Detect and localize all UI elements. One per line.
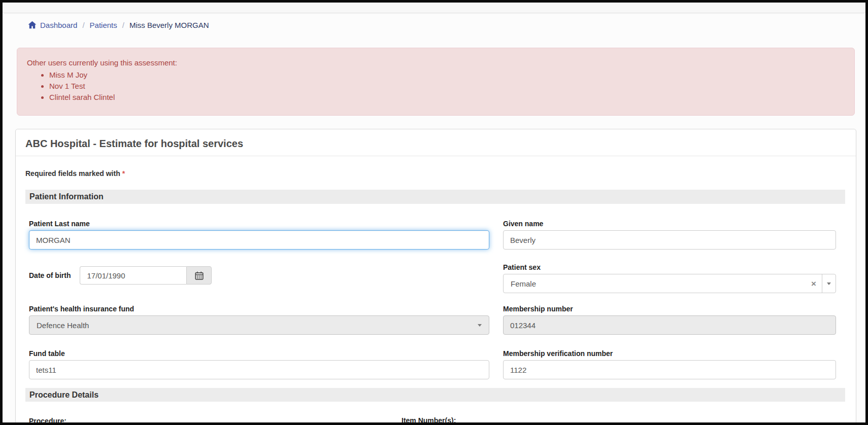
breadcrumb-dashboard[interactable]: Dashboard — [28, 21, 77, 29]
panel-body: Required fields marked with* Patient Inf… — [16, 156, 856, 425]
fund-table-input[interactable] — [29, 360, 489, 379]
date-picker-button[interactable] — [186, 266, 212, 285]
section-header-procedure-details: Procedure Details — [25, 388, 845, 402]
section-header-patient-information: Patient Information — [25, 190, 845, 204]
breadcrumb-patients[interactable]: Patients — [90, 21, 117, 29]
breadcrumb-current-patient[interactable]: Miss Beverly MORGAN — [129, 21, 209, 29]
page-title: ABC Hospital - Estimate for hospital ser… — [25, 138, 846, 149]
breadcrumb-separator: / — [122, 21, 124, 29]
date-of-birth-input[interactable] — [80, 266, 186, 285]
breadcrumb-dashboard-label: Dashboard — [40, 21, 77, 29]
home-icon — [28, 21, 37, 29]
membership-number-label: Membership number — [503, 305, 836, 313]
procedure-label: Procedure: — [29, 417, 66, 425]
patient-last-name-label: Patient Last name — [29, 220, 489, 228]
alert-user-item: Miss M Joy — [49, 69, 845, 81]
panel-heading: ABC Hospital - Estimate for hospital ser… — [16, 129, 856, 156]
alert-user-list: Miss M Joy Nov 1 Test Clintel sarah Clin… — [27, 69, 845, 103]
alert-user-item: Nov 1 Test — [49, 81, 845, 92]
top-navbar — [3, 3, 865, 13]
fund-table-label: Fund table — [29, 349, 489, 358]
health-fund-label: Patient's health insurance fund — [29, 305, 489, 313]
required-asterisk: * — [122, 169, 125, 178]
health-fund-select: Defence Health — [29, 315, 489, 335]
membership-number-input — [503, 315, 836, 335]
alert-title: Other users currently using this assessm… — [27, 58, 845, 67]
membership-verification-label: Membership verification number — [503, 349, 836, 358]
other-users-alert: Other users currently using this assessm… — [17, 48, 855, 116]
patient-sex-value: Female — [511, 279, 536, 288]
calendar-icon — [195, 271, 204, 280]
given-name-input[interactable] — [503, 230, 836, 250]
breadcrumb: Dashboard / Patients / Miss Beverly MORG… — [28, 20, 865, 30]
alert-user-item: Clintel sarah Clintel — [49, 92, 845, 103]
date-of-birth-label: Date of birth — [29, 271, 71, 279]
clear-x-icon[interactable]: × — [806, 279, 822, 288]
patient-last-name-input[interactable] — [29, 230, 489, 250]
estimate-panel: ABC Hospital - Estimate for hospital ser… — [15, 129, 856, 425]
health-fund-value: Defence Health — [37, 321, 89, 330]
patient-sex-label: Patient sex — [503, 263, 836, 271]
date-of-birth-group: Date of birth — [29, 266, 489, 285]
membership-verification-input[interactable] — [503, 360, 836, 379]
item-numbers-label: Item Number(s): — [402, 416, 456, 424]
given-name-label: Given name — [503, 220, 836, 228]
patient-sex-dropdown-toggle[interactable] — [822, 274, 836, 293]
breadcrumb-separator: / — [82, 21, 84, 29]
caret-down-icon — [478, 324, 482, 327]
patient-sex-select[interactable]: Female × — [503, 274, 836, 293]
breadcrumb-patients-label: Patients — [90, 21, 117, 29]
caret-down-icon — [827, 282, 831, 285]
required-fields-note: Required fields marked with* — [25, 169, 845, 178]
